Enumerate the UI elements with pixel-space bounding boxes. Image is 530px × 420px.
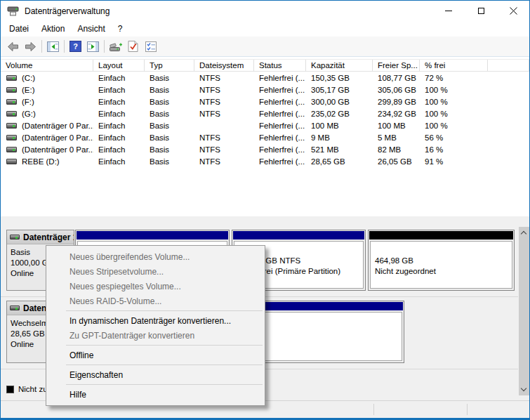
maximize-button[interactable]	[465, 1, 497, 21]
menu-item-eigenschaften[interactable]: Eigenschaften	[46, 367, 265, 382]
volume-name-cell: (Datenträger 0 Par...	[1, 122, 93, 130]
maximize-icon	[478, 8, 484, 14]
menu-separator	[66, 310, 263, 311]
menu-item-offline[interactable]: Offline	[46, 348, 265, 362]
close-button[interactable]	[497, 1, 529, 21]
volume-name-cell: (Datenträger 0 Par...	[1, 145, 93, 154]
volume-name-cell: (Datenträger 0 Par...	[1, 133, 93, 142]
column-header[interactable]: Freier Sp...	[373, 60, 420, 71]
toolbar: ?	[1, 37, 529, 57]
volume-name: (F:)	[22, 98, 34, 106]
volume-row[interactable]: (E:)EinfachBasisNTFSFehlerfrei (...305,1…	[1, 84, 529, 96]
minimize-button[interactable]	[432, 1, 465, 21]
scroll-up-icon[interactable]	[521, 231, 526, 237]
volume-cell: Basis	[145, 133, 194, 142]
column-header[interactable]: Kapazität	[306, 60, 373, 71]
action-pane-button[interactable]	[84, 38, 102, 55]
volume-cell: Einfach	[93, 145, 145, 154]
column-header-filler	[488, 60, 529, 71]
forward-button[interactable]	[22, 38, 39, 55]
console-tree-icon	[47, 41, 59, 52]
volume-cell: Einfach	[93, 133, 145, 142]
volume-cell: Fehlerfrei (...	[254, 122, 306, 130]
partition-label: 464,98 GBNicht zugeordnet	[370, 241, 512, 289]
volume-row[interactable]: (Datenträger 0 Par...EinfachBasisFehlerf…	[1, 119, 529, 131]
volume-cell: 26,05 GB	[373, 157, 420, 166]
volume-table-body: (C:)EinfachBasisNTFSFehlerfrei (...150,3…	[1, 72, 529, 167]
disk-icon	[10, 235, 20, 239]
check-document-button[interactable]	[124, 38, 142, 55]
menubar-item-ansicht[interactable]: Ansicht	[71, 22, 111, 36]
menu-item-hilfe[interactable]: Hilfe	[46, 387, 265, 402]
column-header[interactable]: Typ	[145, 60, 194, 71]
volume-cell: Basis	[145, 110, 194, 118]
volume-cell: Fehlerfrei (...	[254, 110, 306, 118]
menubar-item-?[interactable]: ?	[112, 22, 129, 36]
menu-item-neues-gespiegeltes-volume: Neues gespiegeltes Volume...	[46, 279, 265, 294]
disk-management-window: Datenträgerverwaltung DateiAktionAnsicht…	[0, 0, 530, 420]
partition-color-bar	[233, 231, 364, 239]
statusbar-divider	[467, 404, 468, 415]
volume-cell: 82 MB	[373, 145, 420, 154]
volume-row[interactable]: (Datenträger 0 Par...EinfachBasisNTFSFeh…	[1, 143, 529, 155]
volume-cell: Einfach	[93, 98, 145, 106]
volume-cell: 72 %	[420, 74, 488, 82]
volume-name: (E:)	[22, 86, 35, 94]
volume-row[interactable]: (Datenträger 0 Par...EinfachBasisNTFSFeh…	[1, 131, 529, 143]
volume-row[interactable]: (G:)EinfachBasisNTFSFehlerfrei (...235,0…	[1, 107, 529, 119]
column-header[interactable]: Status	[254, 60, 306, 71]
volume-row[interactable]: (F:)EinfachBasisNTFSFehlerfrei (...300,0…	[1, 96, 529, 107]
column-header[interactable]: % frei	[420, 60, 488, 71]
volume-cell: 100 %	[420, 110, 488, 118]
menu-item-in-dynamischen-datentr-ger-konvertieren[interactable]: In dynamischen Datenträger konvertieren.…	[46, 313, 265, 328]
volume-row[interactable]: (C:)EinfachBasisNTFSFehlerfrei (...150,3…	[1, 72, 529, 84]
drive-icon	[6, 135, 17, 140]
legend-swatch	[6, 386, 14, 393]
volume-row[interactable]: REBE (D:)EinfachBasisNTFSFehlerfrei (...…	[1, 155, 529, 167]
drive-icon	[6, 111, 17, 117]
disk-properties-button[interactable]	[107, 38, 124, 55]
checklist-icon	[145, 41, 157, 52]
volume-name: (G:)	[22, 110, 36, 118]
checklist-button[interactable]	[142, 38, 159, 55]
volume-cell: Fehlerfrei (...	[254, 157, 306, 166]
volume-cell: 100 %	[420, 86, 488, 94]
disk-drive-icon	[109, 41, 123, 52]
volume-cell: Fehlerfrei (...	[254, 145, 306, 154]
volume-name: (C:)	[22, 74, 35, 82]
menu-item-neues-stripesetvolume: Neues Stripesetvolume...	[46, 264, 265, 279]
volume-name: REBE (D:)	[22, 157, 60, 166]
menubar-item-datei[interactable]: Datei	[3, 22, 35, 36]
menubar: DateiAktionAnsicht?	[1, 21, 529, 37]
menu-separator	[66, 365, 263, 365]
volume-cell: 150,35 GB	[306, 74, 373, 82]
vertical-scrollbar[interactable]	[519, 227, 529, 395]
svg-text:?: ?	[73, 42, 78, 51]
back-button[interactable]	[4, 38, 22, 55]
column-header[interactable]: Layout	[93, 60, 145, 71]
volume-table-header: VolumeLayoutTypDateisystemStatusKapazitä…	[1, 59, 529, 72]
menubar-item-aktion[interactable]: Aktion	[35, 22, 71, 36]
disk-caption: Datenträger 1	[7, 230, 74, 244]
column-header[interactable]: Dateisystem	[194, 60, 254, 71]
partition-text-line	[375, 245, 512, 256]
volume-cell: 9 MB	[306, 133, 373, 142]
menu-item-zu-gpt-datentr-ger-konvertieren: Zu GPT-Datenträger konvertieren	[46, 328, 265, 343]
console-tree-button[interactable]	[44, 38, 62, 55]
volume-cell: 299,89 GB	[373, 98, 420, 106]
volume-cell: 234,92 GB	[373, 110, 420, 118]
partition-unallocated[interactable]: 464,98 GBNicht zugeordnet	[368, 230, 515, 291]
help-button[interactable]: ?	[67, 38, 84, 55]
volume-cell: NTFS	[194, 74, 254, 82]
disk-context-menu: Neues übergreifendes Volume...Neues Stri…	[46, 245, 265, 406]
pane-splitter[interactable]	[1, 216, 529, 224]
volume-cell: Basis	[145, 86, 194, 94]
drive-icon	[6, 75, 17, 81]
minimize-icon	[445, 11, 452, 11]
column-header[interactable]: Volume	[1, 60, 93, 71]
scroll-down-icon[interactable]	[521, 386, 526, 391]
volume-cell: NTFS	[194, 110, 254, 118]
volume-cell: NTFS	[194, 133, 254, 142]
volume-name: (Datenträger 0 Par...	[22, 122, 93, 130]
volume-name-cell: (E:)	[1, 86, 93, 94]
